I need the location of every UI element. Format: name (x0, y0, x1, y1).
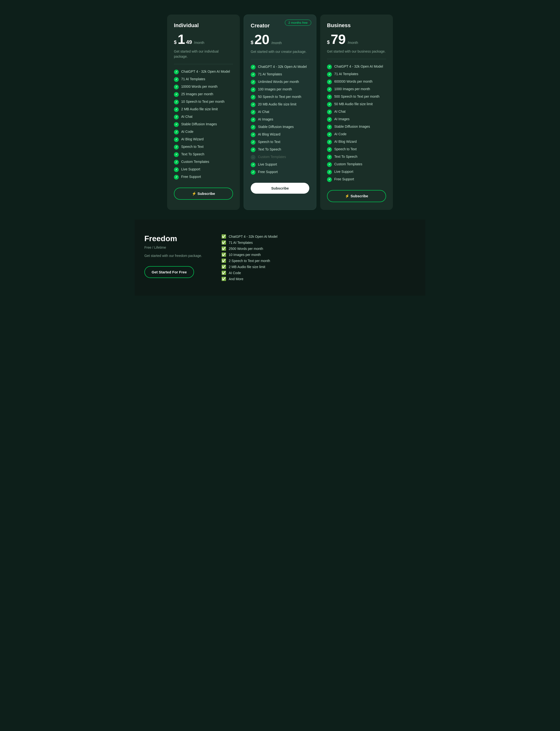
check-icon (327, 117, 332, 122)
freedom-feature-text: And More (229, 277, 243, 281)
freedom-section: Freedom Free / Lifetime Get started with… (135, 219, 425, 296)
features-list: ChatGPT 4 - 32k Open AI Model 71 AI Temp… (174, 68, 233, 181)
freedom-feature-item: ✅ 71 AI Templates (221, 240, 277, 245)
feature-item: Text To Speech (251, 146, 309, 153)
feature-text: Free Support (181, 174, 201, 179)
price-period: /month (271, 41, 282, 45)
check-icon (251, 117, 256, 122)
features-list: ChatGPT 4 - 32k Open AI Model 71 AI Temp… (327, 63, 386, 183)
price-superscript: 49 (186, 39, 192, 45)
subscribe-button[interactable]: Subscribe (251, 183, 309, 194)
freedom-feature-item: ✅ ChatGPT 4 - 32k Open AI Model (221, 234, 277, 239)
feature-text: Custom Templates (258, 155, 286, 159)
feature-text: Stable Diffusion Images (334, 124, 370, 129)
subscribe-button[interactable]: ⚡ Subscribe (174, 188, 233, 200)
check-icon (174, 152, 179, 157)
feature-item: 10 Speech to Text per month (174, 98, 233, 106)
freedom-feature-item: ✅ 2 MB Audio file size limit (221, 264, 277, 269)
feature-text: AI Code (181, 129, 194, 134)
feature-text: 71 AI Templates (181, 77, 205, 82)
freedom-check-icon: ✅ (221, 258, 226, 263)
freedom-feature-item: ✅ 10 Images per month (221, 252, 277, 257)
feature-item: 20 MB Audio file size limit (251, 101, 309, 108)
feature-item: Live Support (327, 168, 386, 176)
feature-text: 1000 Images per month (334, 87, 370, 92)
check-icon (174, 115, 179, 119)
pricing-card-business: Business $ 79 /month Get started with ou… (320, 15, 393, 210)
feature-item: 100 Images per month (251, 86, 309, 93)
feature-item: Live Support (174, 166, 233, 173)
features-list: ChatGPT 4 - 32k Open AI Model 71 AI Temp… (251, 63, 309, 176)
feature-item: AI Code (327, 131, 386, 138)
feature-text: 20 MB Audio file size limit (258, 102, 296, 107)
feature-text: ChatGPT 4 - 32k Open AI Model (181, 69, 230, 74)
check-icon (251, 147, 256, 152)
feature-text: AI Blog Wizard (258, 132, 280, 137)
freedom-feature-text: 2 Speech to Text per month (229, 259, 270, 263)
check-icon (174, 100, 179, 104)
feature-text: 50 Speech to Text per month (258, 94, 301, 99)
feature-text: Stable Diffusion Images (258, 125, 294, 129)
check-icon (251, 80, 256, 85)
subscribe-button[interactable]: ⚡ Subscribe (327, 190, 386, 202)
freedom-subtitle: Free / Lifetime (144, 245, 202, 249)
feature-item: AI Blog Wizard (327, 138, 386, 146)
feature-text: AI Images (334, 117, 350, 122)
get-started-button[interactable]: Get Started For Free (144, 266, 194, 278)
feature-item: Unlimited Words per month (251, 78, 309, 86)
feature-text: ChatGPT 4 - 32k Open AI Model (258, 64, 307, 69)
feature-item: Stable Diffusion Images (327, 123, 386, 131)
feature-item: Speech to Text (251, 138, 309, 146)
check-icon (327, 64, 332, 69)
feature-item: AI Images (327, 116, 386, 123)
feature-item: AI Blog Wizard (251, 131, 309, 138)
freedom-feature-item: ✅ And More (221, 276, 277, 281)
feature-text: Speech to Text (334, 147, 357, 152)
check-icon (251, 125, 256, 130)
pricing-card-individual: Individual $ 1 49 /month Get started wit… (167, 15, 240, 210)
check-icon (251, 102, 256, 107)
plan-description: Get started with our creator package. (251, 49, 309, 54)
check-icon (174, 145, 179, 149)
price-row: $ 20 /month (251, 33, 309, 46)
feature-text: Live Support (334, 169, 353, 174)
feature-item: AI Chat (251, 108, 309, 116)
feature-item: 10000 Words per month (174, 83, 233, 91)
freedom-check-icon: ✅ (221, 240, 226, 245)
feature-text: Free Support (334, 177, 354, 182)
check-icon (174, 70, 179, 74)
feature-text: 10000 Words per month (181, 84, 218, 89)
freedom-check-icon: ✅ (221, 276, 226, 281)
feature-item: Speech to Text (327, 146, 386, 153)
feature-item: 500 Speech to Text per month (327, 93, 386, 101)
feature-text: 2 MB Audio file size limit (181, 107, 218, 112)
freedom-left: Freedom Free / Lifetime Get started with… (144, 234, 202, 278)
freedom-feature-text: 71 AI Templates (229, 241, 253, 244)
feature-item: 1000 Images per month (327, 86, 386, 93)
check-icon (327, 155, 332, 159)
check-icon (251, 87, 256, 92)
feature-text: 600000 Words per month (334, 79, 373, 84)
feature-text: AI Chat (181, 114, 193, 119)
feature-text: Free Support (258, 170, 278, 174)
check-icon (251, 110, 256, 115)
check-icon (174, 167, 179, 172)
price-period: /month (194, 41, 204, 45)
feature-item: AI Chat (174, 113, 233, 121)
feature-text: AI Blog Wizard (334, 139, 357, 144)
feature-item: ChatGPT 4 - 32k Open AI Model (327, 63, 386, 70)
freedom-feature-text: 2500 Words per month (229, 247, 263, 251)
dash-icon (251, 155, 256, 160)
feature-text: AI Blog Wizard (181, 137, 204, 142)
feature-item: Custom Templates (174, 158, 233, 166)
check-icon (251, 72, 256, 77)
feature-item: AI Code (174, 128, 233, 136)
feature-item: Stable Diffusion Images (251, 123, 309, 131)
feature-item: Stable Diffusion Images (174, 121, 233, 128)
check-icon (174, 85, 179, 89)
check-icon (327, 147, 332, 152)
price-row: $ 79 /month (327, 32, 386, 46)
price-period: /month (348, 41, 358, 45)
plan-name: Individual (174, 22, 233, 29)
check-icon (327, 162, 332, 167)
